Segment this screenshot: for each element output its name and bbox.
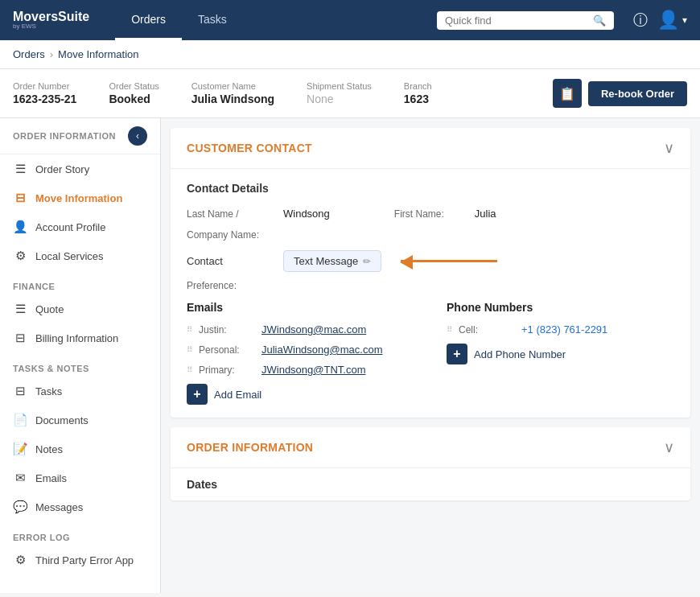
app-sub: by EWS	[13, 23, 89, 31]
info-icon-btn[interactable]: ⓘ	[633, 10, 648, 30]
branch-value: 1623	[404, 93, 432, 105]
breadcrumb: Orders › Move Information	[0, 40, 700, 69]
sidebar-item-label-notes: Notes	[35, 443, 63, 455]
add-email-btn[interactable]: + Add Email	[187, 384, 414, 405]
preference-row: Preference:	[187, 280, 674, 291]
sidebar-item-label-move-info: Move Information	[35, 192, 122, 204]
drag-dots-primary: ⠿	[187, 365, 192, 374]
sidebar-item-label-quote: Quote	[35, 303, 64, 315]
customer-contact-title: CUSTOMER CONTACT	[187, 142, 312, 154]
billing-icon: ⊟	[13, 331, 27, 345]
contact-pill-value: Text Message	[294, 255, 358, 267]
last-name-value: Windsong	[283, 208, 330, 220]
breadcrumb-root[interactable]: Orders	[13, 48, 45, 60]
documents-icon: 📄	[13, 413, 27, 427]
order-number-label: Order Number	[13, 81, 76, 91]
sidebar-item-tasks[interactable]: ⊟ Tasks	[0, 377, 160, 406]
contact-pill[interactable]: Text Message ✏	[283, 250, 381, 272]
add-email-label: Add Email	[214, 389, 261, 401]
sidebar-item-billing[interactable]: ⊟ Billing Information	[0, 323, 160, 352]
contact-input-area: Text Message ✏	[283, 250, 497, 272]
sidebar-tasks-header: TASKS & NOTES	[0, 352, 160, 377]
add-phone-label: Add Phone Number	[474, 348, 566, 360]
contact-edit-icon[interactable]: ✏	[363, 256, 371, 267]
dates-label: Dates	[171, 468, 690, 500]
user-menu[interactable]: 👤 ▾	[657, 10, 687, 31]
last-name-label: Last Name /	[187, 208, 283, 220]
sidebar-item-emails[interactable]: ✉ Emails	[0, 463, 160, 492]
email-value-primary[interactable]: JWindsong@TNT.com	[261, 364, 366, 376]
customer-name-item: Customer Name Julia Windsong	[191, 81, 274, 105]
order-status-label: Order Status	[109, 81, 159, 91]
email-value-justin[interactable]: JWindsong@mac.com	[261, 323, 366, 336]
move-info-icon: ⊟	[13, 191, 27, 205]
nav-orders[interactable]: Orders	[115, 0, 182, 40]
sidebar-item-label-documents: Documents	[35, 414, 89, 426]
doc-icon-button[interactable]: 📋	[553, 79, 582, 108]
sidebar-item-label-order-story: Order Story	[35, 163, 89, 175]
email-row-justin: ⠿ Justin: JWindsong@mac.com	[187, 323, 414, 336]
top-nav: MoversSuite by EWS Orders Tasks 🔍 ⓘ 👤 ▾	[0, 0, 700, 40]
contact-details-title: Contact Details	[187, 182, 674, 195]
sidebar-item-messages[interactable]: 💬 Messages	[0, 492, 160, 521]
nav-links: Orders Tasks	[115, 0, 243, 40]
emails-icon: ✉	[13, 471, 27, 485]
user-chevron-icon: ▾	[682, 14, 687, 26]
customer-name-value: Julia Windsong	[191, 93, 274, 105]
sidebar-toggle-btn[interactable]: ‹	[128, 126, 147, 146]
sidebar-item-label-account-profile: Account Profile	[35, 221, 105, 233]
name-row: Last Name / Windsong First Name: Julia	[187, 208, 674, 220]
third-party-icon: ⚙	[13, 553, 27, 567]
sidebar-item-label-emails: Emails	[35, 472, 67, 484]
tasks-icon: ⊟	[13, 384, 27, 398]
search-input[interactable]	[445, 14, 588, 27]
order-status-item: Order Status Booked	[109, 81, 159, 105]
messages-icon: 💬	[13, 500, 27, 514]
branch-item: Branch 1623	[404, 81, 432, 105]
nav-tasks[interactable]: Tasks	[182, 0, 243, 40]
sidebar: ORDER INFORMATION ‹ ☰ Order Story ⊟ Move…	[0, 118, 161, 593]
order-story-icon: ☰	[13, 162, 27, 176]
email-row-personal: ⠿ Personal: JuliaWindsong@mac.com	[187, 344, 414, 356]
shipment-status-item: Shipment Status None	[307, 81, 372, 105]
sidebar-item-label-third-party: Third Party Error App	[35, 554, 134, 566]
sidebar-item-documents[interactable]: 📄 Documents	[0, 406, 160, 434]
sidebar-item-order-story[interactable]: ☰ Order Story	[0, 154, 160, 183]
first-name-value: Julia	[475, 208, 496, 220]
order-info-collapse-icon[interactable]: ∨	[664, 438, 674, 456]
sidebar-item-third-party[interactable]: ⚙ Third Party Error App	[0, 546, 160, 574]
add-phone-btn[interactable]: + Add Phone Number	[447, 344, 674, 364]
notes-icon: 📝	[13, 442, 27, 456]
sidebar-item-notes[interactable]: 📝 Notes	[0, 434, 160, 463]
user-icon: 👤	[657, 10, 679, 31]
emails-header: Emails	[187, 301, 414, 314]
nav-icons: ⓘ 👤 ▾	[633, 10, 687, 31]
breadcrumb-current: Move Information	[58, 48, 138, 60]
contact-arrow-indicator	[401, 260, 497, 262]
sidebar-item-move-information[interactable]: ⊟ Move Information	[0, 183, 160, 212]
search-icon: 🔍	[593, 14, 606, 27]
account-profile-icon: 👤	[13, 220, 27, 234]
email-value-personal[interactable]: JuliaWindsong@mac.com	[261, 344, 382, 356]
sidebar-item-account-profile[interactable]: 👤 Account Profile	[0, 212, 160, 241]
drag-dots-justin: ⠿	[187, 325, 192, 334]
sidebar-item-quote[interactable]: ☰ Quote	[0, 294, 160, 323]
sidebar-item-label-local-services: Local Services	[35, 250, 104, 262]
first-name-label: First Name:	[394, 208, 475, 220]
breadcrumb-separator: ›	[50, 48, 53, 60]
add-email-icon: +	[187, 384, 208, 405]
sidebar-item-local-services[interactable]: ⚙ Local Services	[0, 241, 160, 270]
search-bar[interactable]: 🔍	[437, 11, 614, 30]
app-name: MoversSuite	[13, 10, 89, 24]
sidebar-error-header: ERROR LOG	[0, 521, 160, 546]
order-status-value: Booked	[109, 93, 159, 105]
customer-contact-collapse-icon[interactable]: ∨	[664, 139, 674, 157]
order-number-value: 1623-235-21	[13, 93, 76, 105]
contact-row: Contact Text Message ✏	[187, 250, 674, 272]
branch-label: Branch	[404, 81, 432, 91]
shipment-status-value: None	[307, 93, 372, 105]
rebook-button[interactable]: Re-book Order	[588, 81, 687, 106]
order-info-section-title: ORDER INFORMATION	[187, 441, 313, 454]
phone-value-cell[interactable]: +1 (823) 761-2291	[521, 323, 607, 336]
sidebar-item-label-tasks: Tasks	[35, 385, 62, 397]
